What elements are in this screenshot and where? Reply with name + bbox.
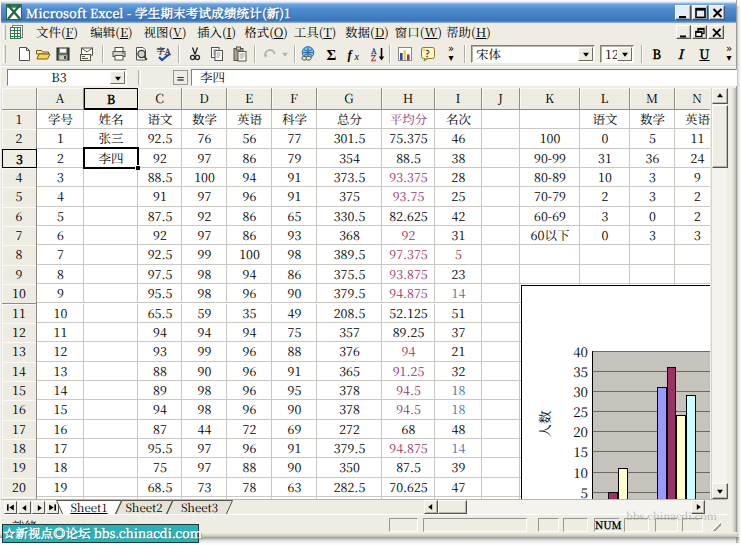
cell-F14[interactable]: 91 [272,362,317,381]
cell-G7[interactable]: 368 [317,226,382,245]
cell-B2[interactable]: 张三 [84,129,138,148]
cell-H10[interactable]: 94.875 [382,284,435,303]
cell-G6[interactable]: 330.5 [317,207,382,226]
cell-D19[interactable]: 97 [182,458,227,477]
cell-A17[interactable]: 16 [37,420,84,439]
cell-D13[interactable]: 99 [182,342,227,361]
column-header-B[interactable]: B [84,88,138,110]
cell-J9[interactable] [482,265,520,284]
cell-B10[interactable] [84,284,138,303]
cell-J17[interactable] [482,420,520,439]
cell-G2[interactable]: 301.5 [317,129,382,148]
cell-K8[interactable] [520,245,580,264]
autosum-button[interactable]: Σ [321,44,343,64]
cell-G18[interactable]: 379.5 [317,439,382,458]
cell-E20[interactable]: 78 [227,478,272,497]
cell-F13[interactable]: 88 [272,342,317,361]
column-header-J[interactable]: J [482,88,520,110]
cell-H6[interactable]: 82.625 [382,207,435,226]
cell-H11[interactable]: 52.125 [382,304,435,323]
cell-E14[interactable]: 96 [227,362,272,381]
print-button[interactable] [108,44,130,64]
cell-J13[interactable] [482,342,520,361]
cell-N3[interactable]: 24 [675,149,710,168]
row-header-15[interactable]: 15 [2,381,37,401]
cell-F12[interactable]: 75 [272,323,317,342]
more-standard-buttons[interactable]: »▾ [444,44,458,64]
menu-format[interactable]: 格式(O) [241,23,291,42]
spelling-button[interactable]: 字A [153,44,175,64]
cell-E6[interactable]: 86 [227,207,272,226]
cell-F5[interactable]: 91 [272,187,317,206]
cell-N6[interactable]: 2 [675,207,710,226]
cell-C8[interactable]: 92.5 [138,245,182,264]
row-header-6[interactable]: 6 [2,207,37,227]
cell-N8[interactable] [675,245,710,264]
cell-B1[interactable]: 姓名 [84,110,138,129]
cell-F1[interactable]: 科学 [272,110,317,129]
cell-D14[interactable]: 90 [182,362,227,381]
sort-ascending-button[interactable]: AZ [367,44,389,64]
cell-C15[interactable]: 89 [138,381,182,400]
scroll-up-button[interactable] [712,88,728,104]
cell-K2[interactable]: 100 [520,129,580,148]
formula-input[interactable]: 李四 [191,69,737,86]
print-preview-button[interactable] [130,44,152,64]
cell-A12[interactable]: 11 [37,323,84,342]
cell-K3[interactable]: 90-99 [520,149,580,168]
cell-G20[interactable]: 282.5 [317,478,382,497]
cell-A11[interactable]: 10 [37,304,84,323]
cell-B15[interactable] [84,381,138,400]
cell-N2[interactable]: 11 [675,129,710,148]
font-name-combo[interactable]: 宋体 [471,45,595,63]
menu-help[interactable]: 帮助(H) [444,23,494,42]
cell-C12[interactable]: 94 [138,323,182,342]
cell-J19[interactable] [482,458,520,477]
prev-sheet-button[interactable] [18,501,31,514]
cell-D16[interactable]: 98 [182,400,227,419]
cell-F6[interactable]: 65 [272,207,317,226]
cell-C17[interactable]: 87 [138,420,182,439]
cell-M3[interactable]: 36 [630,149,675,168]
row-header-9[interactable]: 9 [2,265,37,285]
row-header-13[interactable]: 13 [2,342,37,362]
cell-G1[interactable]: 总分 [317,110,382,129]
cell-J18[interactable] [482,439,520,458]
cell-L5[interactable]: 2 [580,187,630,206]
cell-I20[interactable]: 47 [435,478,482,497]
cell-C7[interactable]: 92 [138,226,182,245]
menu-view[interactable]: 视图(V) [140,23,190,42]
cell-G16[interactable]: 378 [317,400,382,419]
cell-D20[interactable]: 73 [182,478,227,497]
cell-A5[interactable]: 4 [37,187,84,206]
row-header-19[interactable]: 19 [2,458,37,478]
cell-D12[interactable]: 94 [182,323,227,342]
cell-C18[interactable]: 95.5 [138,439,182,458]
name-box-dropdown-button[interactable] [110,71,125,84]
cell-G5[interactable]: 375 [317,187,382,206]
cell-D17[interactable]: 44 [182,420,227,439]
paste-function-button[interactable]: fx [344,44,366,64]
row-header-8[interactable]: 8 [2,245,37,265]
cell-A13[interactable]: 12 [37,342,84,361]
cell-B20[interactable] [84,478,138,497]
row-header-16[interactable]: 16 [2,400,37,420]
cell-M1[interactable]: 数学 [630,110,675,129]
menu-data[interactable]: 数据(D) [342,23,392,42]
cell-L8[interactable] [580,245,630,264]
cell-M9[interactable] [630,265,675,284]
cell-I18[interactable]: 14 [435,439,482,458]
cell-E5[interactable]: 96 [227,187,272,206]
cell-J4[interactable] [482,168,520,187]
cell-L6[interactable]: 3 [580,207,630,226]
cell-J15[interactable] [482,381,520,400]
cell-I6[interactable]: 42 [435,207,482,226]
cell-F15[interactable]: 95 [272,381,317,400]
sheet-tab-sheet3[interactable]: Sheet3 [166,500,233,515]
cell-K1[interactable] [520,110,580,129]
menu-tools[interactable]: 工具(T) [290,23,340,42]
cell-H19[interactable]: 87.5 [382,458,435,477]
cell-A15[interactable]: 14 [37,381,84,400]
row-header-10[interactable]: 10 [2,284,37,304]
menu-insert[interactable]: 插入(I) [192,23,242,42]
